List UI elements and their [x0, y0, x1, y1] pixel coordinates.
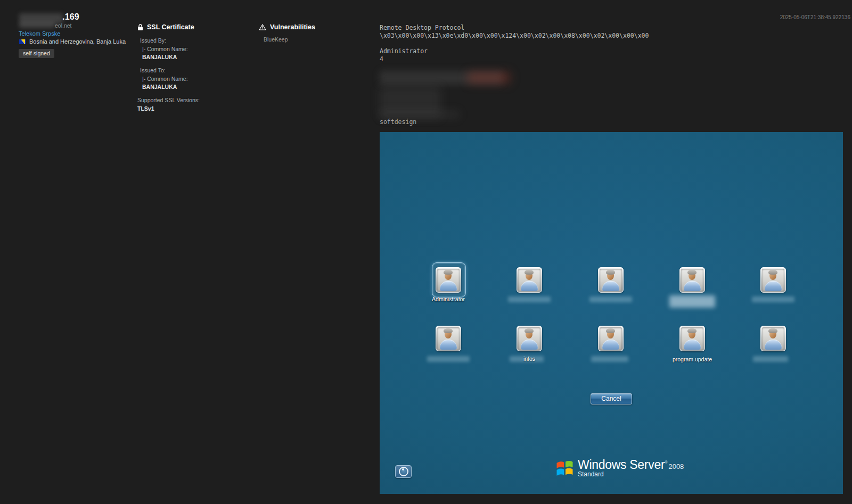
- brand-year: 2008: [668, 462, 684, 470]
- redacted-user-label: [753, 356, 788, 362]
- brand-trademark: ®: [665, 460, 667, 464]
- user-tile-program-update[interactable]: [679, 326, 705, 351]
- ssl-section-title: SSL Certificate: [147, 23, 194, 31]
- ntlm-count: 4: [380, 55, 383, 63]
- vulnerabilities-heading: Vulnerabilities: [259, 23, 315, 31]
- vulnerabilities-section: Vulnerabilities BlueKeep: [259, 23, 315, 43]
- redacted-blob-red: [468, 72, 510, 84]
- isp-link[interactable]: Telekom Srpske: [19, 30, 60, 37]
- host-report-page: .169 eol.net Telekom Srpske Bosnia and H…: [0, 0, 852, 504]
- redacted-user-label: [508, 296, 551, 302]
- user-tile-infos[interactable]: [517, 326, 542, 351]
- ssl-versions-label: Supported SSL Versions:: [137, 97, 200, 103]
- banner-note: softdesign: [380, 118, 416, 126]
- brand-name: Windows Server: [578, 458, 665, 472]
- user-avatar: [762, 269, 784, 291]
- host-location: Bosnia and Herzegovina, Banja Luka: [29, 38, 126, 45]
- user-tile-2[interactable]: [517, 267, 542, 293]
- issued-to-cn-value: BANJALUKA: [142, 84, 200, 90]
- windows-brand: Windows Server®2008 Standard: [555, 458, 684, 478]
- windows-flag-icon: [555, 459, 574, 477]
- redacted-user-label: [589, 296, 632, 302]
- brand-edition: Standard: [578, 470, 684, 478]
- issued-by-label: Issued By:: [140, 37, 200, 44]
- user-tile-administrator[interactable]: [436, 267, 461, 293]
- issued-to-cn-label: |- Common Name:: [142, 76, 200, 82]
- lock-icon: [137, 24, 143, 31]
- user-avatar: [762, 327, 784, 350]
- user-tile-8[interactable]: [598, 326, 624, 351]
- vuln-bluekeep[interactable]: BlueKeep: [264, 36, 315, 43]
- warning-icon: [259, 24, 266, 30]
- service-protocol: Remote Desktop Protocol: [380, 24, 464, 31]
- issued-to-label: Issued To:: [140, 67, 200, 73]
- redacted-hostname-prefix: [19, 22, 55, 28]
- scan-timestamp: 2025-05-06T21:38:45.922136: [780, 14, 850, 20]
- user-avatar: [518, 269, 540, 291]
- tag-self-signed[interactable]: self-signed: [19, 49, 54, 58]
- host-ip: .169: [62, 12, 79, 22]
- bosnia-flag-icon: [19, 39, 26, 44]
- redacted-blob: [380, 110, 460, 119]
- redacted-user-label: [591, 356, 628, 362]
- redacted-user-label-wide: [669, 295, 715, 308]
- user-avatar: [437, 269, 460, 291]
- user-tile-6[interactable]: [436, 326, 461, 351]
- user-avatar: [681, 327, 703, 350]
- user-avatar: [518, 327, 540, 350]
- host-hostname: eol.net: [55, 22, 72, 29]
- ssl-section-heading: SSL Certificate: [137, 23, 200, 31]
- user-avatar: [600, 327, 622, 350]
- user-tile-5[interactable]: [760, 267, 786, 293]
- ssl-versions-value: TLSv1: [137, 105, 200, 112]
- user-label-program-update: program.update: [655, 356, 730, 362]
- user-avatar: [437, 327, 460, 350]
- issued-by-cn-value: BANJALUKA: [142, 54, 200, 60]
- user-label-administrator: Administrator: [411, 296, 486, 302]
- ease-of-access-button[interactable]: [395, 465, 412, 478]
- host-location-row: Bosnia and Herzegovina, Banja Luka: [19, 38, 126, 45]
- cancel-button[interactable]: Cancel: [591, 393, 632, 404]
- issued-by-cn-label: |- Common Name:: [142, 46, 200, 52]
- rdp-screenshot[interactable]: Administrator infos program.update Cance…: [380, 132, 843, 494]
- redacted-user-label: [752, 296, 794, 302]
- user-avatar: [600, 269, 622, 291]
- user-label-infos: infos: [492, 356, 567, 362]
- user-tile-3[interactable]: [598, 267, 624, 293]
- service-banner-hex: \x03\x00\x00\x13\x0e\xd0\x00\x00\x124\x0…: [380, 32, 649, 39]
- redacted-user-label: [427, 356, 470, 362]
- user-avatar: [681, 269, 703, 291]
- ease-of-access-icon: [399, 467, 408, 476]
- vulnerabilities-title: Vulnerabilities: [270, 23, 315, 31]
- ntlm-user: Administrator: [380, 47, 428, 55]
- user-tile-4[interactable]: [679, 267, 705, 293]
- ssl-certificate-section: SSL Certificate Issued By: |- Common Nam…: [137, 23, 200, 112]
- user-tile-10[interactable]: [760, 326, 786, 351]
- redacted-banner-block: [380, 67, 555, 122]
